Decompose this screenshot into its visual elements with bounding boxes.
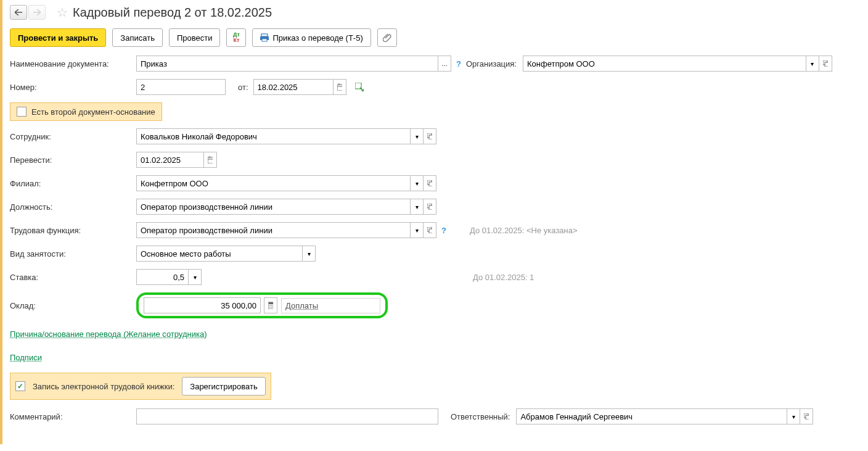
transfer-date-input[interactable] xyxy=(136,152,204,168)
date-input[interactable] xyxy=(253,79,334,95)
post-and-close-button[interactable]: Провести и закрыть xyxy=(10,28,106,47)
open-icon xyxy=(823,60,828,67)
svg-rect-19 xyxy=(429,205,432,210)
doc-name-ellipsis-button[interactable]: … xyxy=(438,56,451,72)
calculator-icon xyxy=(268,302,273,309)
responsible-dropdown-button[interactable]: ▾ xyxy=(787,408,800,424)
favorite-star-icon[interactable]: ☆ xyxy=(57,5,68,20)
second-basis-label: Есть второй документ-основание xyxy=(31,107,155,117)
position-open-button[interactable] xyxy=(423,199,436,215)
branch-open-button[interactable] xyxy=(423,175,436,191)
etk-label: Запись электронной трудовой книжки: xyxy=(33,382,174,391)
arrow-left-icon xyxy=(15,9,22,15)
branch-label: Филиал: xyxy=(10,179,136,188)
date-calendar-button[interactable] xyxy=(333,79,346,95)
svg-rect-0 xyxy=(261,34,268,36)
number-label: Номер: xyxy=(10,83,136,92)
employment-dropdown-button[interactable]: ▾ xyxy=(302,246,316,262)
responsible-open-button[interactable] xyxy=(800,408,813,424)
employee-open-button[interactable] xyxy=(423,128,436,144)
function-dropdown-button[interactable]: ▾ xyxy=(410,222,424,238)
employee-dropdown-button[interactable]: ▾ xyxy=(410,128,424,144)
rate-hint: До 01.02.2025: 1 xyxy=(473,273,534,282)
post-button[interactable]: Провести xyxy=(169,28,221,47)
position-input[interactable] xyxy=(136,199,411,215)
branch-input[interactable] xyxy=(136,175,411,191)
print-order-label: Приказ о переводе (Т-5) xyxy=(272,33,362,43)
etk-section: ✓ Запись электронной трудовой книжки: За… xyxy=(10,373,271,400)
date-action-icon[interactable] xyxy=(355,83,364,91)
save-button[interactable]: Записать xyxy=(112,28,163,47)
etk-checkbox[interactable]: ✓ xyxy=(15,381,25,391)
second-basis-checkbox-wrap[interactable]: Есть второй документ-основание xyxy=(10,102,162,121)
arrow-right-icon xyxy=(33,9,41,15)
dt-kt-button[interactable]: ДтКт xyxy=(226,28,246,47)
number-input[interactable] xyxy=(136,79,226,95)
salary-label: Оклад: xyxy=(10,301,136,310)
branch-dropdown-button[interactable]: ▾ xyxy=(410,175,424,191)
svg-rect-31 xyxy=(806,415,809,420)
doc-name-label: Наименование документа: xyxy=(10,59,136,68)
printer-icon xyxy=(260,33,269,42)
transfer-calendar-button[interactable] xyxy=(203,152,217,168)
comment-label: Комментарий: xyxy=(10,412,136,421)
svg-point-27 xyxy=(269,307,271,308)
function-input[interactable] xyxy=(136,222,411,238)
calendar-icon xyxy=(337,83,342,91)
page-title: Кадровый перевод 2 от 18.02.2025 xyxy=(73,6,272,20)
position-dropdown-button[interactable]: ▾ xyxy=(410,199,424,215)
svg-point-28 xyxy=(271,307,272,308)
signatures-link[interactable]: Подписи xyxy=(10,353,42,362)
employee-input[interactable] xyxy=(136,128,411,144)
function-label: Трудовая функция: xyxy=(10,226,136,235)
salary-input[interactable] xyxy=(144,297,261,313)
svg-rect-5 xyxy=(337,85,342,91)
from-label: от: xyxy=(238,83,248,92)
svg-rect-12 xyxy=(208,157,213,163)
open-icon xyxy=(804,413,809,420)
etk-register-button[interactable]: Зарегистрировать xyxy=(182,377,265,395)
open-icon xyxy=(427,133,432,139)
nav-back-button[interactable] xyxy=(10,5,27,20)
doc-name-help-icon[interactable]: ? xyxy=(456,59,461,68)
second-basis-checkbox[interactable] xyxy=(17,107,27,117)
paperclip-icon xyxy=(383,33,391,42)
open-icon xyxy=(427,227,432,233)
attachment-button[interactable] xyxy=(377,28,397,47)
svg-rect-21 xyxy=(429,229,432,233)
svg-point-29 xyxy=(272,307,273,308)
position-label: Должность: xyxy=(10,202,136,212)
print-order-button[interactable]: Приказ о переводе (Т-5) xyxy=(252,28,371,47)
svg-point-25 xyxy=(271,305,272,306)
svg-rect-11 xyxy=(429,135,432,139)
svg-rect-4 xyxy=(825,62,828,67)
svg-rect-23 xyxy=(269,302,273,304)
salary-highlight: Доплаты xyxy=(136,292,388,318)
employee-label: Сотрудник: xyxy=(10,132,136,141)
org-dropdown-button[interactable]: ▾ xyxy=(806,56,819,72)
employment-label: Вид занятости: xyxy=(10,249,136,259)
rate-label: Ставка: xyxy=(10,273,136,282)
org-label: Организация: xyxy=(466,59,517,68)
nav-forward-button xyxy=(28,5,46,20)
comment-input[interactable] xyxy=(136,408,438,424)
org-open-button[interactable] xyxy=(819,56,832,72)
org-input[interactable] xyxy=(523,56,806,72)
salary-calc-button[interactable] xyxy=(264,297,277,313)
calendar-icon xyxy=(208,156,213,163)
function-open-button[interactable] xyxy=(423,222,436,238)
employment-input[interactable] xyxy=(136,246,303,262)
function-hint: До 01.02.2025: <Не указана> xyxy=(470,226,578,235)
svg-point-24 xyxy=(269,305,271,306)
rate-dropdown-button[interactable]: ▾ xyxy=(188,269,202,285)
rate-input[interactable] xyxy=(136,269,189,285)
function-help-icon[interactable]: ? xyxy=(441,226,446,235)
responsible-input[interactable] xyxy=(516,408,787,424)
dt-kt-icon: ДтКт xyxy=(233,32,240,43)
addpay-link[interactable]: Доплаты xyxy=(281,298,380,313)
transfer-label: Перевести: xyxy=(10,155,136,165)
doc-name-input[interactable] xyxy=(136,56,438,72)
svg-point-26 xyxy=(272,305,273,306)
open-icon xyxy=(427,204,432,210)
transfer-reason-link[interactable]: Причина/основание перевода (Желание сотр… xyxy=(10,329,207,339)
